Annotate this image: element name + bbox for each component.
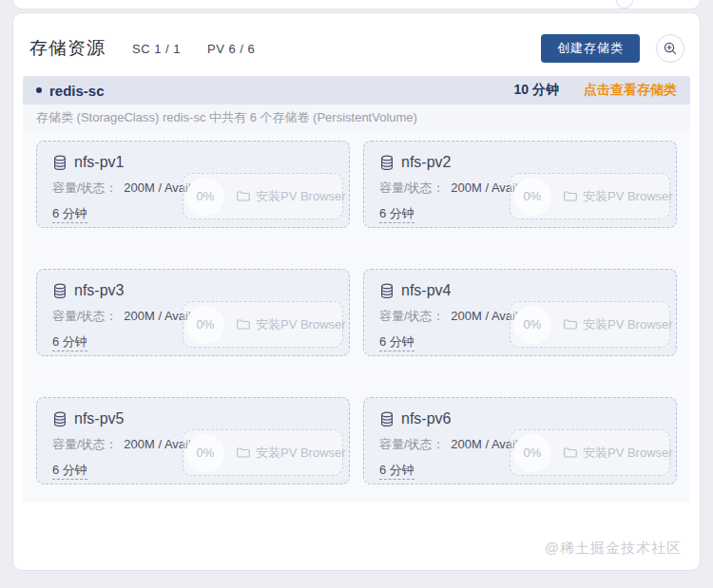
progress-circle: 0% (513, 178, 551, 216)
storageclass-title: redis-sc (36, 83, 105, 99)
install-pv-browser-label: 安装PV Browser (256, 316, 346, 333)
pv-card: nfs-pv3 容量/状态： 200M / Available 6 分钟 0% … (36, 269, 350, 356)
pv-capacity-label: 容量/状态： (52, 437, 118, 451)
pv-capacity-label: 容量/状态： (52, 180, 118, 195)
storageclass-age: 10 分钟 (514, 82, 559, 99)
create-storageclass-button[interactable]: 创建存储类 (541, 34, 640, 63)
pv-card: nfs-pv2 容量/状态： 200M / Available 6 分钟 0% … (363, 141, 677, 228)
install-pv-browser-label: 安装PV Browser (583, 445, 673, 462)
pv-capacity-label: 容量/状态： (52, 309, 118, 323)
folder-icon (236, 446, 250, 460)
progress-circle: 0% (186, 434, 224, 472)
pv-age[interactable]: 6 分钟 (379, 206, 414, 223)
storageclass-name: redis-sc (49, 83, 105, 99)
install-pv-browser-button[interactable]: 0% 安装PV Browser (183, 173, 343, 219)
install-pv-browser-label: 安装PV Browser (583, 188, 673, 205)
pv-name: nfs-pv5 (74, 410, 124, 427)
database-icon (52, 411, 67, 427)
pv-name: nfs-pv1 (74, 154, 124, 171)
watermark: @稀土掘金技术社区 (545, 540, 682, 558)
storage-resources-panel: 存储资源 SC 1 / 1 PV 6 / 6 创建存储类 redis (12, 12, 701, 571)
pv-age[interactable]: 6 分钟 (379, 463, 414, 480)
database-icon (379, 411, 395, 427)
pv-capacity-label: 容量/状态： (379, 309, 445, 323)
bullet-dot-icon (36, 87, 42, 93)
database-icon (52, 155, 67, 171)
page-title: 存储资源 (29, 36, 106, 61)
zoom-in-icon (663, 41, 678, 56)
progress-circle: 0% (186, 306, 224, 344)
view-storageclass-link[interactable]: 点击查看存储类 (584, 82, 677, 99)
storageclass-section: redis-sc 10 分钟 点击查看存储类 存储类 (StorageClass… (23, 76, 690, 503)
pv-name-row: nfs-pv2 (379, 154, 663, 171)
install-pv-browser-label: 安装PV Browser (256, 188, 346, 205)
previous-panel-remnant (12, 0, 701, 9)
progress-circle: 0% (513, 306, 551, 344)
install-pv-browser-button[interactable]: 0% 安装PV Browser (510, 301, 670, 348)
pv-age[interactable]: 6 分钟 (52, 206, 87, 223)
database-icon (52, 283, 67, 299)
install-pv-browser-button[interactable]: 0% 安装PV Browser (510, 173, 670, 219)
install-pv-browser-button[interactable]: 0% 安装PV Browser (183, 429, 343, 476)
sc-count-label: SC 1 / 1 (132, 42, 181, 56)
pv-capacity-label: 容量/状态： (379, 437, 445, 451)
pv-grid: nfs-pv1 容量/状态： 200M / Available 6 分钟 0% … (23, 130, 690, 503)
install-pv-browser-button[interactable]: 0% 安装PV Browser (510, 429, 670, 476)
pv-name: nfs-pv4 (401, 282, 451, 299)
pv-count-label: PV 6 / 6 (207, 42, 255, 56)
pv-name: nfs-pv2 (401, 154, 451, 171)
progress-circle: 0% (186, 178, 224, 216)
pv-age[interactable]: 6 分钟 (379, 334, 414, 351)
panel-header: 存储资源 SC 1 / 1 PV 6 / 6 创建存储类 (13, 13, 700, 63)
progress-circle: 0% (513, 434, 551, 472)
pv-capacity-label: 容量/状态： (379, 180, 445, 195)
pv-name-row: nfs-pv1 (52, 154, 336, 171)
zoom-in-button[interactable] (656, 34, 684, 63)
install-pv-browser-button[interactable]: 0% 安装PV Browser (183, 301, 343, 348)
pv-name: nfs-pv3 (74, 282, 124, 299)
folder-icon (563, 446, 577, 460)
storageclass-meta: 10 分钟 点击查看存储类 (514, 82, 677, 99)
pv-name-row: nfs-pv6 (379, 410, 663, 427)
folder-icon (236, 189, 250, 203)
folder-icon (236, 317, 250, 332)
install-pv-browser-label: 安装PV Browser (583, 316, 673, 333)
storageclass-summary: 存储类 (StorageClass) redis-sc 中共有 6 个存储卷 (… (23, 104, 690, 130)
header-actions: 创建存储类 (541, 34, 684, 63)
pv-name-row: nfs-pv3 (52, 282, 336, 299)
storageclass-header-bar: redis-sc 10 分钟 点击查看存储类 (23, 76, 690, 104)
database-icon (379, 155, 395, 171)
pv-name-row: nfs-pv5 (52, 410, 336, 427)
folder-icon (563, 317, 577, 332)
pv-age[interactable]: 6 分钟 (52, 334, 87, 351)
pv-age[interactable]: 6 分钟 (52, 463, 87, 480)
pv-card: nfs-pv5 容量/状态： 200M / Available 6 分钟 0% … (36, 397, 350, 484)
pv-name-row: nfs-pv4 (379, 282, 663, 299)
pv-card: nfs-pv6 容量/状态： 200M / Available 6 分钟 0% … (363, 397, 677, 484)
database-icon (379, 283, 395, 299)
folder-icon (563, 189, 577, 203)
pv-card: nfs-pv1 容量/状态： 200M / Available 6 分钟 0% … (36, 141, 350, 228)
pv-card: nfs-pv4 容量/状态： 200M / Available 6 分钟 0% … (363, 269, 677, 356)
install-pv-browser-label: 安装PV Browser (256, 445, 346, 462)
pv-name: nfs-pv6 (401, 410, 451, 427)
